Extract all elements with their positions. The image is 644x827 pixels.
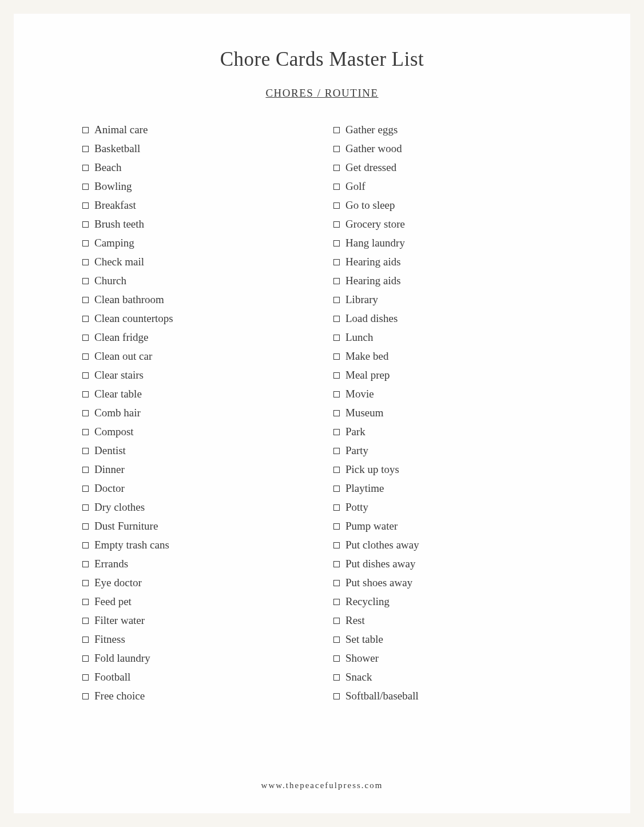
checkbox-icon[interactable] bbox=[333, 240, 340, 246]
list-item: Lunch bbox=[333, 331, 573, 344]
checkbox-icon[interactable] bbox=[82, 240, 89, 246]
checkbox-icon[interactable] bbox=[82, 561, 89, 567]
list-item-label: Dinner bbox=[94, 463, 125, 476]
list-item: Grocery store bbox=[333, 218, 573, 230]
list-item: Hang laundry bbox=[333, 237, 573, 249]
checkbox-icon[interactable] bbox=[333, 372, 340, 379]
checkbox-icon[interactable] bbox=[82, 259, 89, 265]
list-item-label: Church bbox=[94, 275, 126, 287]
checkbox-icon[interactable] bbox=[333, 146, 340, 152]
checkbox-icon[interactable] bbox=[82, 184, 89, 190]
list-item-label: Pick up toys bbox=[345, 463, 399, 476]
list-item-label: Playtime bbox=[345, 482, 384, 495]
checkbox-icon[interactable] bbox=[333, 448, 340, 454]
list-item-label: Museum bbox=[345, 407, 384, 419]
checkbox-icon[interactable] bbox=[82, 467, 89, 473]
checkbox-icon[interactable] bbox=[333, 504, 340, 511]
list-item-label: Hang laundry bbox=[345, 237, 405, 249]
list-item: Set table bbox=[333, 633, 573, 646]
checkbox-icon[interactable] bbox=[82, 127, 89, 133]
checkbox-icon[interactable] bbox=[82, 580, 89, 586]
list-item-label: Grocery store bbox=[345, 218, 405, 230]
list-item: Get dressed bbox=[333, 161, 573, 174]
list-item: Doctor bbox=[82, 482, 322, 495]
checkbox-icon[interactable] bbox=[82, 353, 89, 360]
checkbox-icon[interactable] bbox=[333, 429, 340, 435]
list-item: Recycling bbox=[333, 595, 573, 608]
list-item: Library bbox=[333, 293, 573, 306]
checkbox-icon[interactable] bbox=[82, 637, 89, 643]
checkbox-icon[interactable] bbox=[82, 486, 89, 492]
checkbox-icon[interactable] bbox=[82, 165, 89, 171]
checkbox-icon[interactable] bbox=[333, 202, 340, 209]
checkbox-icon[interactable] bbox=[82, 202, 89, 209]
checkbox-icon[interactable] bbox=[333, 335, 340, 341]
list-item: Museum bbox=[333, 407, 573, 419]
list-item: Camping bbox=[82, 237, 322, 249]
list-item: Hearing aids bbox=[333, 275, 573, 287]
checkbox-icon[interactable] bbox=[82, 146, 89, 152]
checkbox-icon[interactable] bbox=[333, 316, 340, 322]
checkbox-icon[interactable] bbox=[333, 410, 340, 416]
checkbox-icon[interactable] bbox=[82, 448, 89, 454]
list-item-label: Errands bbox=[94, 558, 128, 570]
checkbox-icon[interactable] bbox=[82, 674, 89, 681]
checkbox-icon[interactable] bbox=[82, 655, 89, 662]
checkbox-icon[interactable] bbox=[333, 486, 340, 492]
list-item-label: Dentist bbox=[94, 444, 126, 457]
checkbox-icon[interactable] bbox=[82, 429, 89, 435]
checkbox-icon[interactable] bbox=[333, 297, 340, 303]
checkbox-icon[interactable] bbox=[82, 297, 89, 303]
checkbox-icon[interactable] bbox=[333, 561, 340, 567]
checkbox-icon[interactable] bbox=[82, 410, 89, 416]
checkbox-icon[interactable] bbox=[82, 618, 89, 624]
checkbox-icon[interactable] bbox=[333, 165, 340, 171]
checkbox-icon[interactable] bbox=[333, 353, 340, 360]
list-item-label: Get dressed bbox=[345, 161, 396, 174]
checkbox-icon[interactable] bbox=[82, 523, 89, 530]
checkbox-icon[interactable] bbox=[333, 221, 340, 228]
checkbox-icon[interactable] bbox=[333, 655, 340, 662]
checkbox-icon[interactable] bbox=[333, 637, 340, 643]
checkbox-icon[interactable] bbox=[333, 467, 340, 473]
checkbox-icon[interactable] bbox=[333, 127, 340, 133]
list-item-label: Eye doctor bbox=[94, 576, 142, 589]
list-item-label: Fitness bbox=[94, 633, 125, 646]
checkbox-icon[interactable] bbox=[82, 316, 89, 322]
checkbox-icon[interactable] bbox=[82, 599, 89, 605]
footer-url: www.thepeacefulpress.com bbox=[71, 781, 573, 790]
checkbox-icon[interactable] bbox=[333, 618, 340, 624]
checkbox-icon[interactable] bbox=[333, 523, 340, 530]
checkbox-icon[interactable] bbox=[333, 259, 340, 265]
list-item-label: Dust Furniture bbox=[94, 520, 158, 532]
checkbox-icon[interactable] bbox=[82, 372, 89, 379]
list-item-label: Put dishes away bbox=[345, 558, 415, 570]
list-item-label: Shower bbox=[345, 652, 379, 665]
list-item-label: Make bed bbox=[345, 350, 388, 363]
checkbox-icon[interactable] bbox=[333, 391, 340, 397]
checkbox-icon[interactable] bbox=[82, 542, 89, 548]
list-item: Potty bbox=[333, 501, 573, 514]
list-item: Dry clothes bbox=[82, 501, 322, 514]
checkbox-icon[interactable] bbox=[333, 278, 340, 284]
checkbox-icon[interactable] bbox=[333, 580, 340, 586]
list-item-label: Pump water bbox=[345, 520, 397, 532]
checkbox-icon[interactable] bbox=[82, 693, 89, 699]
list-item: Make bed bbox=[333, 350, 573, 363]
checkbox-icon[interactable] bbox=[333, 599, 340, 605]
checkbox-icon[interactable] bbox=[333, 674, 340, 681]
document-page: Chore Cards Master List CHORES / ROUTINE… bbox=[14, 14, 630, 813]
list-item-label: Rest bbox=[345, 614, 365, 627]
checkbox-icon[interactable] bbox=[82, 391, 89, 397]
checkbox-icon[interactable] bbox=[82, 335, 89, 341]
checkbox-icon[interactable] bbox=[82, 278, 89, 284]
list-item: Clean fridge bbox=[82, 331, 322, 344]
list-item-label: Clean countertops bbox=[94, 312, 173, 325]
checkbox-icon[interactable] bbox=[82, 504, 89, 511]
checkbox-icon[interactable] bbox=[82, 221, 89, 228]
checkbox-icon[interactable] bbox=[333, 693, 340, 699]
checkbox-icon[interactable] bbox=[333, 184, 340, 190]
checkbox-icon[interactable] bbox=[333, 542, 340, 548]
list-item-label: Dry clothes bbox=[94, 501, 145, 514]
list-item: Clean countertops bbox=[82, 312, 322, 325]
